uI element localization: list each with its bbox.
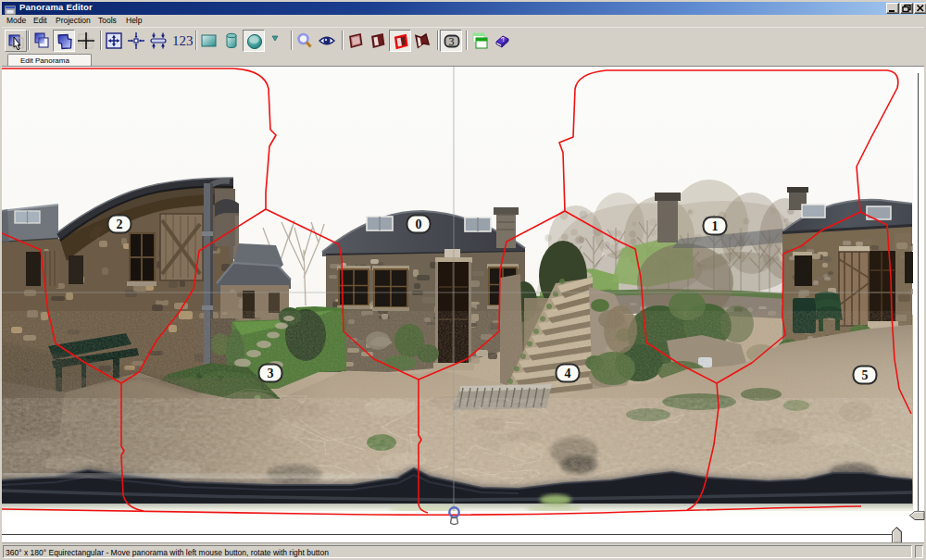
svg-text:123: 123: [172, 33, 194, 48]
svg-text:2: 2: [117, 218, 123, 231]
svg-text:0: 0: [416, 218, 422, 231]
svg-text:5: 5: [862, 368, 869, 382]
svg-text:?: ?: [500, 35, 506, 43]
svg-text:4: 4: [565, 367, 571, 380]
svg-text:3: 3: [268, 367, 274, 380]
svg-text:1: 1: [712, 219, 719, 233]
svg-text:3: 3: [449, 35, 455, 48]
